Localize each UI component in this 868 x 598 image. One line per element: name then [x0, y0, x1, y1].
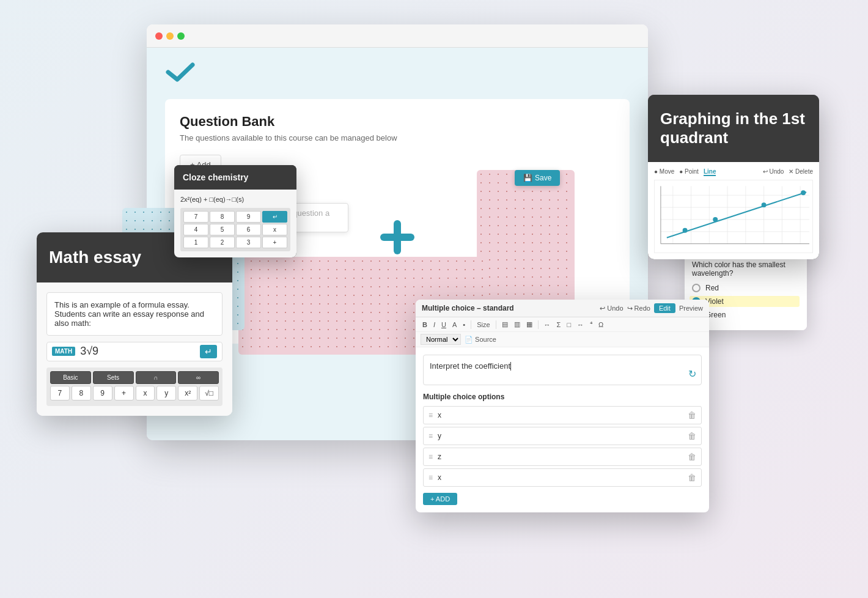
- mc-editor-header: Multiple choice – standard ↩ Undo ↪ Redo…: [416, 300, 709, 317]
- mc-option-red[interactable]: Red: [692, 284, 800, 292]
- cloze-key-2[interactable]: 8: [210, 211, 235, 223]
- close-dot: [155, 32, 163, 40]
- minimize-dot: [166, 32, 174, 40]
- math-enter-button[interactable]: ↵: [200, 345, 217, 358]
- save-icon: 💾: [523, 174, 532, 182]
- kbd-key-x[interactable]: x: [136, 386, 155, 401]
- cloze-key-x[interactable]: x: [262, 224, 287, 235]
- mc-question-text: Which color has the smallest wavelength?: [692, 260, 800, 278]
- svg-line-16: [667, 193, 806, 238]
- source-btn[interactable]: 📄 Source: [465, 336, 496, 344]
- toolbar-align-right[interactable]: ▦: [524, 320, 534, 329]
- delete-option-x[interactable]: 🗑: [688, 410, 696, 420]
- toolbar-color[interactable]: A: [451, 320, 458, 329]
- svg-rect-1: [380, 234, 414, 241]
- svg-point-17: [683, 228, 688, 233]
- cloze-key-2b[interactable]: 2: [210, 237, 235, 248]
- mc-editor-panel: Multiple choice – standard ↩ Undo ↪ Redo…: [416, 300, 709, 512]
- mc-text-area[interactable]: Interpret the coefficient ↻: [423, 355, 702, 385]
- toolbar-move[interactable]: ● Move: [654, 168, 674, 176]
- mc-editor-option-y: ≡ y 🗑: [423, 427, 702, 445]
- graph-canvas: [654, 180, 813, 253]
- math-input-row[interactable]: MATH 3√9 ↵: [46, 342, 223, 361]
- toolbar-size[interactable]: Size: [475, 320, 491, 329]
- mc-radio-red[interactable]: [692, 284, 701, 292]
- toolbar-link[interactable]: ↔: [542, 320, 553, 329]
- kbd-key-8[interactable]: 8: [72, 386, 91, 401]
- refresh-icon[interactable]: ↻: [688, 368, 696, 380]
- essay-text-box: This is an example of a formula essay. S…: [46, 292, 223, 336]
- drag-handle-z[interactable]: ≡: [428, 452, 433, 461]
- mc-edit-btn[interactable]: Edit: [654, 303, 675, 313]
- mc-editor-actions: ↩ Undo ↪ Redo Edit Preview: [600, 303, 703, 313]
- mc-editor-toolbar: B I U A • Size ▤ ▥ ▦ ↔ Σ □ ↔ ⁴ Ω: [416, 317, 709, 332]
- app-logo: [165, 60, 630, 87]
- cloze-body: 2x²(eq) + □(eq)→□(s) 7 8 9 ↵ 4 5 6 x 1 2…: [174, 190, 296, 257]
- toolbar-sep-1: [471, 320, 471, 329]
- drag-handle-x[interactable]: ≡: [428, 411, 433, 419]
- toolbar-line[interactable]: Line: [704, 168, 716, 176]
- math-label: MATH: [52, 347, 75, 356]
- cloze-key-3[interactable]: 9: [236, 211, 261, 223]
- cloze-key-3b[interactable]: 3: [236, 237, 261, 248]
- toolbar-point[interactable]: ● Point: [679, 168, 699, 176]
- math-keyboard: Basic Sets ∩ ∞ 7 8 9 + x y x² √□: [46, 367, 223, 406]
- cloze-key-6[interactable]: 6: [236, 224, 261, 235]
- save-label: Save: [535, 174, 551, 182]
- cloze-keyboard: 7 8 9 ↵ 4 5 6 x 1 2 3 +: [180, 208, 290, 251]
- browser-dots: [155, 32, 185, 40]
- math-essay-card: Math essay This is an example of a formu…: [37, 232, 232, 416]
- save-button[interactable]: 💾 Save: [515, 170, 560, 186]
- format-select[interactable]: Normal: [421, 334, 461, 345]
- delete-option-z[interactable]: 🗑: [688, 452, 696, 462]
- drag-handle-x2[interactable]: ≡: [428, 473, 433, 482]
- kbd-number-row: 7 8 9 + x y x² √□: [50, 386, 219, 401]
- toolbar-delete[interactable]: ✕ Delete: [789, 168, 813, 176]
- toolbar-sub[interactable]: ↔: [575, 320, 586, 329]
- kbd-key-9[interactable]: 9: [93, 386, 112, 401]
- cloze-card: Cloze chemistry 2x²(eq) + □(eq)→□(s) 7 8…: [174, 165, 296, 257]
- kbd-tab-basic[interactable]: Basic: [50, 371, 91, 384]
- mc-add-option-button[interactable]: + ADD: [423, 493, 457, 505]
- add-new-icon[interactable]: [378, 218, 417, 257]
- mc-option-x2-text: x: [438, 473, 683, 482]
- toolbar-align-center[interactable]: ▥: [512, 320, 522, 329]
- cloze-key-1[interactable]: 7: [183, 211, 208, 223]
- mc-undo-btn[interactable]: ↩ Undo: [600, 305, 623, 312]
- kbd-key-xsq[interactable]: x²: [178, 386, 197, 401]
- cloze-key-4[interactable]: 4: [183, 224, 208, 235]
- toolbar-sep-3: [538, 320, 539, 329]
- cloze-key-1b[interactable]: 1: [183, 237, 208, 248]
- delete-option-x2[interactable]: 🗑: [688, 473, 696, 482]
- mc-editor-option-z: ≡ z 🗑: [423, 448, 702, 466]
- toolbar-sup[interactable]: ⁴: [588, 320, 594, 329]
- cloze-key-enter[interactable]: ↵: [262, 211, 287, 223]
- question-bank-subtitle: The questions available to this course c…: [180, 133, 615, 142]
- toolbar-underline[interactable]: U: [440, 320, 448, 329]
- mc-redo-btn[interactable]: ↪ Redo: [627, 305, 650, 312]
- question-bank-title: Question Bank: [180, 114, 615, 130]
- kbd-key-7[interactable]: 7: [50, 386, 70, 401]
- graphing-body: ● Move ● Point Line ↩ Undo ✕ Delete: [648, 162, 819, 259]
- toolbar-bold[interactable]: B: [421, 320, 429, 329]
- kbd-key-plus[interactable]: +: [114, 386, 134, 401]
- toolbar-align-left[interactable]: ▤: [500, 320, 510, 329]
- toolbar-undo[interactable]: ↩ Undo: [763, 168, 784, 176]
- drag-handle-y[interactable]: ≡: [428, 432, 433, 440]
- toolbar-sigma[interactable]: Σ: [555, 320, 563, 329]
- kbd-tab-misc[interactable]: ∩: [136, 371, 177, 384]
- mc-editor-option-x: ≡ x 🗑: [423, 406, 702, 424]
- kbd-tab-sets[interactable]: Sets: [93, 371, 134, 384]
- toolbar-bullet[interactable]: •: [461, 320, 467, 329]
- mc-preview-btn[interactable]: Preview: [679, 305, 703, 312]
- cloze-key-plus[interactable]: +: [262, 237, 287, 248]
- cloze-key-5[interactable]: 5: [210, 224, 235, 235]
- delete-option-y[interactable]: 🗑: [688, 431, 696, 441]
- toolbar-box[interactable]: □: [565, 320, 573, 329]
- mc-option-red-label: Red: [705, 284, 719, 292]
- kbd-key-sqrt[interactable]: √□: [199, 386, 219, 401]
- toolbar-omega[interactable]: Ω: [597, 320, 605, 329]
- kbd-key-y[interactable]: y: [156, 386, 176, 401]
- toolbar-italic[interactable]: I: [432, 320, 437, 329]
- kbd-tab-other[interactable]: ∞: [178, 371, 219, 384]
